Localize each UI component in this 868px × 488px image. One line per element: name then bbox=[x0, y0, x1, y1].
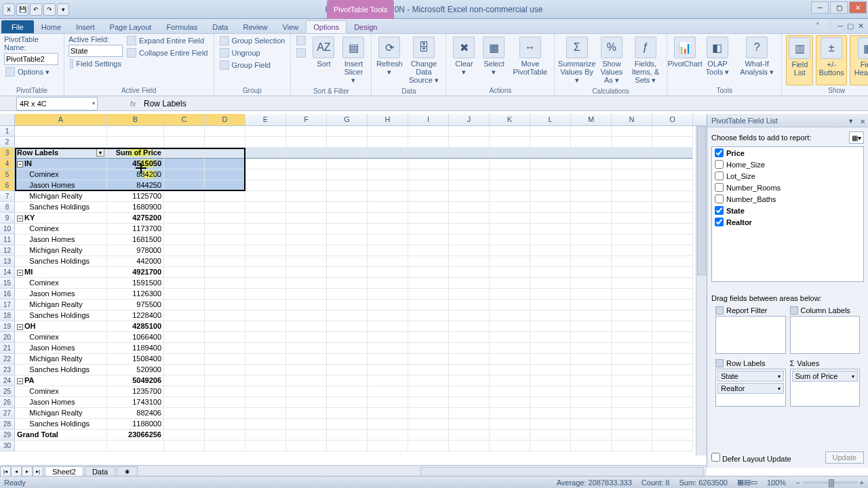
cell[interactable] bbox=[652, 267, 693, 278]
cell[interactable] bbox=[571, 397, 612, 408]
cell[interactable] bbox=[245, 441, 286, 451]
cell[interactable] bbox=[652, 213, 693, 224]
cell[interactable] bbox=[571, 148, 612, 159]
cell[interactable] bbox=[164, 430, 205, 441]
cell[interactable] bbox=[652, 332, 693, 343]
cell[interactable] bbox=[164, 278, 205, 289]
cell[interactable] bbox=[612, 224, 652, 235]
cell[interactable] bbox=[408, 159, 449, 169]
summarize-values-button[interactable]: ΣSummarize Values By ▾ bbox=[559, 35, 595, 86]
select-all-corner[interactable] bbox=[0, 114, 15, 125]
row-header[interactable]: 3 bbox=[0, 148, 15, 159]
cell[interactable] bbox=[530, 354, 571, 365]
cell[interactable] bbox=[652, 245, 693, 256]
row-labels-dropdown-icon[interactable]: ▾ bbox=[96, 148, 104, 157]
cell[interactable] bbox=[571, 300, 612, 310]
collapse-group-icon[interactable]: − bbox=[17, 216, 23, 222]
cell[interactable] bbox=[286, 321, 327, 332]
cell[interactable] bbox=[327, 202, 368, 213]
cell[interactable] bbox=[449, 256, 490, 267]
cell[interactable] bbox=[368, 267, 408, 278]
cell[interactable] bbox=[164, 365, 205, 375]
cell[interactable] bbox=[107, 126, 164, 137]
cell[interactable] bbox=[530, 169, 571, 180]
cell[interactable] bbox=[286, 397, 327, 408]
col-header-M[interactable]: M bbox=[571, 114, 612, 125]
cell[interactable] bbox=[327, 430, 368, 441]
cell[interactable] bbox=[368, 256, 408, 267]
pivot-state-row[interactable]: −OH bbox=[15, 321, 107, 332]
cell[interactable] bbox=[327, 224, 368, 235]
cell[interactable] bbox=[449, 245, 490, 256]
cell[interactable] bbox=[164, 169, 205, 180]
cell[interactable] bbox=[449, 321, 490, 332]
cell[interactable] bbox=[327, 169, 368, 180]
col-header-K[interactable]: K bbox=[490, 114, 530, 125]
cell[interactable] bbox=[245, 430, 286, 441]
cell[interactable] bbox=[449, 430, 490, 441]
cell[interactable] bbox=[205, 169, 245, 180]
col-header-D[interactable]: D bbox=[205, 114, 245, 125]
row-header[interactable]: 8 bbox=[0, 202, 15, 213]
cell[interactable] bbox=[286, 224, 327, 235]
cell[interactable] bbox=[530, 332, 571, 343]
cell[interactable] bbox=[245, 408, 286, 419]
cell[interactable] bbox=[612, 213, 652, 224]
row-labels-area[interactable]: StateRealtor bbox=[715, 369, 786, 407]
pivot-value[interactable]: 884200 bbox=[107, 169, 164, 180]
cell[interactable] bbox=[408, 235, 449, 245]
cell[interactable] bbox=[449, 343, 490, 354]
row-header[interactable]: 29 bbox=[0, 430, 15, 441]
cell[interactable] bbox=[245, 202, 286, 213]
pivot-value[interactable]: 1173700 bbox=[107, 224, 164, 235]
cell[interactable] bbox=[612, 256, 652, 267]
cell[interactable] bbox=[408, 278, 449, 289]
change-data-source-button[interactable]: 🗄Change Data Source ▾ bbox=[406, 35, 441, 86]
zoom-level[interactable]: 100% bbox=[767, 479, 786, 487]
cell[interactable] bbox=[408, 310, 449, 321]
cell[interactable] bbox=[368, 419, 408, 430]
cell[interactable] bbox=[286, 386, 327, 397]
cell[interactable] bbox=[449, 408, 490, 419]
cell[interactable] bbox=[652, 256, 693, 267]
cell[interactable] bbox=[612, 267, 652, 278]
cell[interactable] bbox=[449, 137, 490, 148]
plusminus-buttons-toggle[interactable]: ±+/- Buttons bbox=[816, 35, 846, 85]
cell[interactable] bbox=[612, 321, 652, 332]
cell[interactable] bbox=[205, 137, 245, 148]
cell[interactable] bbox=[612, 386, 652, 397]
workbook-min-icon[interactable]: ─ bbox=[837, 22, 843, 30]
cell[interactable] bbox=[164, 256, 205, 267]
cell[interactable] bbox=[205, 245, 245, 256]
cell[interactable] bbox=[530, 441, 571, 451]
row-header[interactable]: 2 bbox=[0, 137, 15, 148]
cell[interactable] bbox=[571, 430, 612, 441]
row-header[interactable]: 9 bbox=[0, 213, 15, 224]
cell[interactable] bbox=[612, 278, 652, 289]
row-header[interactable]: 21 bbox=[0, 343, 15, 354]
cell[interactable] bbox=[164, 224, 205, 235]
cell[interactable] bbox=[327, 235, 368, 245]
cell[interactable] bbox=[571, 441, 612, 451]
tab-formulas[interactable]: Formulas bbox=[159, 20, 205, 33]
pivottable-name-input[interactable] bbox=[4, 53, 58, 65]
col-header-G[interactable]: G bbox=[327, 114, 368, 125]
cell[interactable] bbox=[205, 213, 245, 224]
cell[interactable] bbox=[164, 354, 205, 365]
cell[interactable] bbox=[327, 213, 368, 224]
cell[interactable] bbox=[408, 430, 449, 441]
cell[interactable] bbox=[327, 148, 368, 159]
cell[interactable] bbox=[449, 354, 490, 365]
cell[interactable] bbox=[286, 169, 327, 180]
horizontal-scrollbar[interactable] bbox=[420, 467, 704, 476]
olap-tools-button[interactable]: ◧OLAP Tools ▾ bbox=[701, 35, 734, 85]
tab-design[interactable]: Design bbox=[347, 20, 384, 33]
cell[interactable] bbox=[408, 419, 449, 430]
area-pill-state[interactable]: State bbox=[717, 371, 784, 382]
cell[interactable] bbox=[530, 386, 571, 397]
cell[interactable] bbox=[530, 289, 571, 300]
cell[interactable] bbox=[571, 343, 612, 354]
cell[interactable] bbox=[368, 202, 408, 213]
help-icon[interactable]: ❔ bbox=[824, 22, 833, 30]
cell[interactable] bbox=[612, 430, 652, 441]
